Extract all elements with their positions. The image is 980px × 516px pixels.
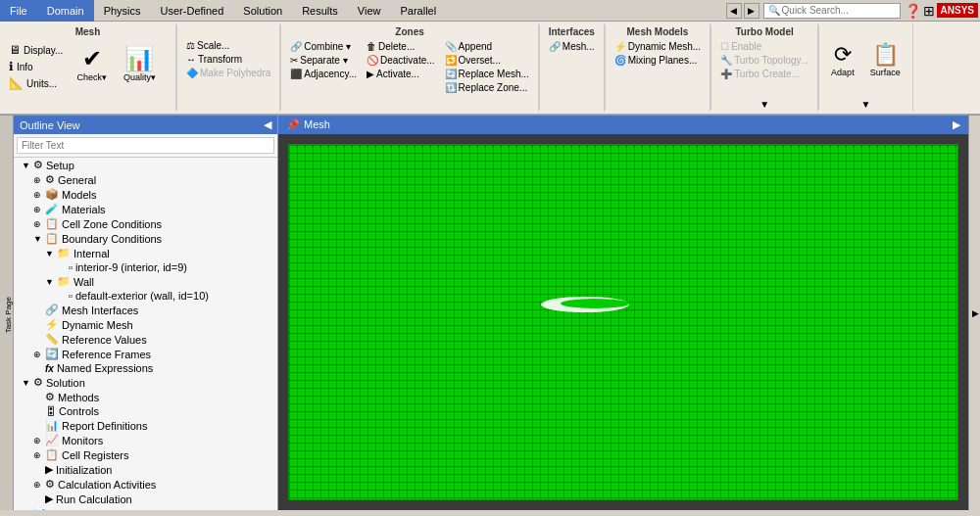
adjacency-btn[interactable]: ⬛ Adjacency... [287,68,360,80]
outline-collapse-icon[interactable]: ◀ [264,118,271,131]
mesh-interfaces-btn[interactable]: 🔗 Mesh... [546,40,598,53]
nav-back[interactable]: ◀ [726,3,742,19]
tree-item-results[interactable]: ⊕ 📊 Results [14,506,277,510]
wall-icon: 📁 [57,275,71,288]
run-calc-icon: ▶ [45,493,53,505]
replace-mesh-icon: 🔄 [445,69,457,79]
tree-item-models[interactable]: ⊕ 📦 Models [14,187,277,202]
menu-file[interactable]: File [0,0,37,22]
check-icon: ✔ [82,45,102,72]
deactivate-btn[interactable]: 🚫 Deactivate... [364,54,438,67]
turbo-topology-btn[interactable]: 🔧 Turbo Topology... [717,54,811,67]
mesh-viewport[interactable] [278,134,968,510]
filter-input[interactable] [17,137,274,154]
boundary-expand[interactable]: ▼ [33,234,45,244]
right-expand-icon[interactable]: ▶ [953,118,960,131]
menu-view[interactable]: View [348,0,391,22]
adapt-label: Adapt [831,68,855,77]
tree-item-report-definitions[interactable]: 📊 Report Definitions [14,418,277,433]
info-btn[interactable]: ℹ Info [6,59,66,74]
search-input[interactable] [782,5,890,16]
tree-item-materials[interactable]: ⊕ 🧪 Materials [14,202,277,216]
solution-expand[interactable]: ▼ [22,378,33,388]
tree-item-interior-9[interactable]: ▫ interior-9 (interior, id=9) [14,260,277,274]
models-expand[interactable]: ⊕ [33,190,45,200]
tree-item-initialization[interactable]: ▶ Initialization [14,462,277,477]
grid-icon[interactable]: ⊞ [923,3,935,19]
turbo-create-btn[interactable]: ➕ Turbo Create... [717,68,811,80]
search-box[interactable]: 🔍 [763,3,901,19]
activate-btn[interactable]: ▶ Activate... [364,68,438,80]
tree-item-mesh-interfaces[interactable]: 🔗 Mesh Interfaces [14,303,277,317]
tree-item-monitors[interactable]: ⊕ 📈 Monitors [14,433,277,447]
replace-zone-btn[interactable]: 🔃 Replace Zone... [442,81,532,94]
internal-expand[interactable]: ▼ [45,249,57,258]
make-polyhedra-btn[interactable]: 🔷 Make Polyhedra [183,67,273,79]
tree-item-reference-frames[interactable]: ⊕ 🔄 Reference Frames [14,347,277,361]
dynamic-mesh-btn[interactable]: ⚡ Dynamic Mesh... [612,40,704,53]
zones-group-header: Zones [287,25,532,40]
tree-item-dynamic-mesh[interactable]: ⚡ Dynamic Mesh [14,317,277,332]
wall-expand[interactable]: ▼ [45,277,57,287]
delete-btn[interactable]: 🗑 Delete... [364,40,438,53]
dynamic-mesh-tree-label: Dynamic Mesh [62,319,133,331]
display-btn[interactable]: 🖥 Display... [6,42,66,58]
turbo-expand-icon[interactable]: ▼ [760,99,769,110]
dynamic-mesh-icon: ⚡ [614,41,626,52]
menu-solution[interactable]: Solution [233,0,292,22]
tree-item-setup[interactable]: ▼ ⚙ Setup [14,158,277,172]
units-btn[interactable]: 📐 Units... [6,75,66,91]
append-btn[interactable]: 📎 Append [442,40,532,53]
internal-label: Internal [74,248,110,259]
results-label: Results [50,508,86,511]
results-expand[interactable]: ⊕ [22,509,33,511]
replace-mesh-btn[interactable]: 🔄 Replace Mesh... [442,68,532,80]
tree-item-solution[interactable]: ▼ ⚙ Solution [14,375,277,390]
tree-item-controls[interactable]: 🎛 Controls [14,404,277,418]
ref-frames-expand[interactable]: ⊕ [33,350,45,359]
check-btn[interactable]: ✔ Check▾ [71,42,113,85]
tree-item-default-exterior[interactable]: ▫ default-exterior (wall, id=10) [14,289,277,303]
cell-reg-expand[interactable]: ⊕ [33,450,45,460]
overset-btn[interactable]: 🔁 Overset... [442,54,532,67]
quality-btn[interactable]: 📊 Quality▾ [118,42,162,85]
combine-btn[interactable]: 🔗 Combine ▾ [287,40,360,53]
tree-item-calc-activities[interactable]: ⊕ ⚙ Calculation Activities [14,477,277,492]
tree-item-methods[interactable]: ⚙ Methods [14,390,277,404]
calc-act-expand[interactable]: ⊕ [33,480,45,490]
content-area: 📌 Mesh ▶ [278,116,968,510]
tree-item-cell-registers[interactable]: ⊕ 📋 Cell Registers [14,447,277,462]
monitors-expand[interactable]: ⊕ [33,436,45,446]
tree-item-reference-values[interactable]: 📏 Reference Values [14,332,277,347]
menu-domain[interactable]: Domain [37,0,94,22]
materials-expand[interactable]: ⊕ [33,205,45,214]
adapt-expand-icon[interactable]: ▼ [860,99,870,110]
tree-item-wall[interactable]: ▼ 📁 Wall [14,274,277,289]
scale-btn[interactable]: ⚖ Scale... [183,39,273,52]
surface-btn[interactable]: 📋 Surface [864,39,906,80]
enable-btn[interactable]: ☐ Enable [717,40,811,53]
right-panel-collapse[interactable]: ▶ [968,116,980,510]
help-icon[interactable]: ❓ [905,3,921,19]
mixing-planes-btn[interactable]: 🌀 Mixing Planes... [612,54,704,67]
menu-results[interactable]: Results [292,0,348,22]
tree-item-internal[interactable]: ▼ 📁 Internal [14,246,277,260]
adapt-btn[interactable]: ⟳ Adapt [825,39,860,80]
turbo-topology-label: Turbo Topology... [734,55,808,66]
adapt-icon: ⟳ [834,42,852,68]
general-expand[interactable]: ⊕ [33,175,45,185]
tree-item-named-expressions[interactable]: fx Named Expressions [14,361,277,375]
tree-item-run-calc[interactable]: ▶ Run Calculation [14,492,277,506]
menu-physics[interactable]: Physics [94,0,151,22]
tree-item-general[interactable]: ⊕ ⚙ General [14,172,277,187]
cell-zone-expand[interactable]: ⊕ [33,219,45,229]
tree-item-cell-zone[interactable]: ⊕ 📋 Cell Zone Conditions [14,216,277,231]
menu-user-defined[interactable]: User-Defined [151,0,234,22]
setup-expand[interactable]: ▼ [22,161,33,170]
tree-item-boundary[interactable]: ▼ 📋 Boundary Conditions [14,231,277,246]
nav-forward[interactable]: ▶ [744,3,760,19]
transform-btn[interactable]: ↔ Transform [183,53,273,66]
separate-btn[interactable]: ✂ Separate ▾ [287,54,360,67]
default-exterior-icon: ▫ [69,290,73,302]
menu-parallel[interactable]: Parallel [390,0,446,22]
